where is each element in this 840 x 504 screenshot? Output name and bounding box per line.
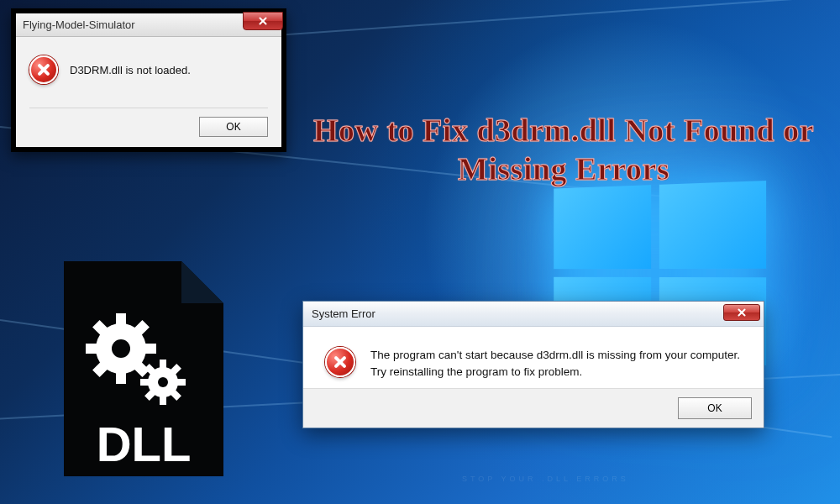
dll-file-icon: DLL xyxy=(55,256,232,483)
dll-file-label: DLL xyxy=(97,417,192,471)
svg-rect-14 xyxy=(140,379,150,386)
error-dialog-flying-model: Flying-Model-Simulator D3DRM.dll is not … xyxy=(11,8,286,152)
close-button[interactable] xyxy=(243,12,283,30)
dialog-titlebar[interactable]: System Error xyxy=(303,302,764,327)
ok-button[interactable]: OK xyxy=(678,397,752,419)
svg-rect-5 xyxy=(143,344,156,354)
dialog-title: Flying-Model-Simulator xyxy=(23,18,135,31)
error-dialog-system-error: System Error The program can't start bec… xyxy=(302,301,764,428)
dialog-message: D3DRM.dll is not loaded. xyxy=(70,64,191,76)
svg-rect-2 xyxy=(116,313,126,327)
error-icon xyxy=(29,55,58,84)
close-icon xyxy=(258,16,268,26)
dialog-message: The program can't start because d3drm.dl… xyxy=(370,347,742,380)
svg-rect-13 xyxy=(160,395,166,405)
ok-button[interactable]: OK xyxy=(199,117,268,137)
close-button[interactable] xyxy=(723,304,760,321)
svg-point-11 xyxy=(158,377,168,387)
svg-rect-4 xyxy=(86,344,99,354)
dialog-title: System Error xyxy=(312,307,375,320)
svg-point-1 xyxy=(112,339,130,358)
svg-rect-3 xyxy=(116,370,126,384)
dialog-titlebar[interactable]: Flying-Model-Simulator xyxy=(16,13,281,37)
article-headline: How to Fix d3drm.dll Not Found or Missin… xyxy=(299,111,828,189)
watermark-text: STOP YOUR .DLL ERRORS xyxy=(462,475,629,483)
svg-rect-12 xyxy=(160,360,166,370)
svg-rect-15 xyxy=(176,379,186,386)
error-icon xyxy=(325,347,355,377)
close-icon xyxy=(737,307,747,318)
